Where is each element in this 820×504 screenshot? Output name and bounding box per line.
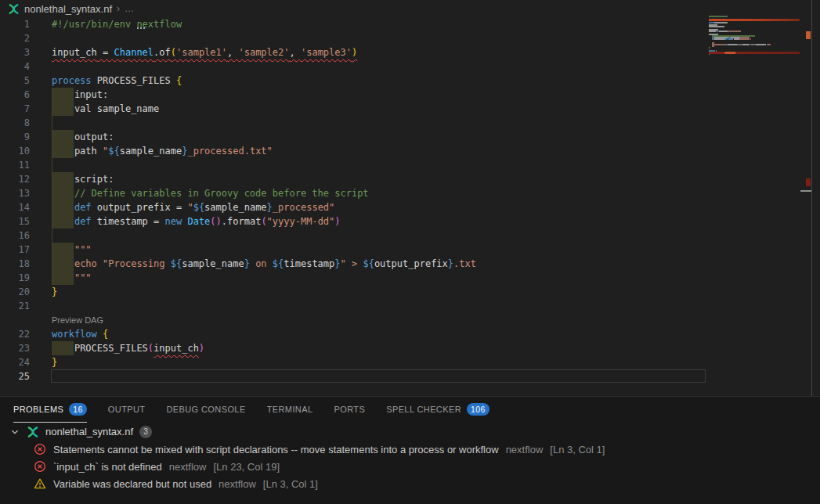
code-line-23[interactable]: 23 PROCESS_FILES(input_ch) (0, 341, 709, 355)
code-line-19[interactable]: 19 """ (0, 271, 709, 285)
panel-tab-problems[interactable]: PROBLEMS16 (13, 397, 87, 423)
codelens-preview-dag-link[interactable]: Preview DAG (52, 313, 103, 327)
code-line-text: """ (52, 243, 92, 257)
panel-tab-label: TERMINAL (267, 405, 313, 414)
line-number: 8 (0, 116, 30, 130)
code-token: ( (261, 216, 266, 227)
code-line-15[interactable]: 15 def timestamp = new Date().format("yy… (0, 214, 709, 229)
code-line-21[interactable]: 21 (0, 299, 709, 313)
code-line-18[interactable]: 18 echo "Processing ${sample_name} on ${… (0, 257, 709, 271)
minimap-error-bar-line-3 (709, 19, 800, 22)
panel-tab-label: DEBUG CONSOLE (166, 405, 245, 414)
code-token: input_ch (52, 47, 97, 58)
code-line-text: } (52, 355, 57, 369)
code-line-11[interactable]: 11 (0, 158, 709, 172)
ruler-error-marker-line-23 (806, 178, 811, 186)
code-token (52, 188, 74, 199)
code-line-10[interactable]: 10 path "${sample_name}_processed.txt" (0, 144, 709, 158)
line-number: 5 (0, 74, 30, 88)
breadcrumb-more[interactable]: … (125, 3, 134, 14)
code-token: output_prefix (374, 258, 448, 269)
minimap-line-segment (768, 44, 771, 45)
code-line-13[interactable]: 13 // Define variables in Groovy code be… (0, 186, 709, 200)
code-line-1[interactable]: 1#!/usr/bin/env nextflow (0, 17, 709, 31)
problem-row[interactable]: Statements cannot be mixed with script d… (0, 441, 820, 458)
code-line-7[interactable]: 7 val sample_name (0, 102, 709, 116)
panel-tab-output[interactable]: OUTPUT (108, 397, 146, 423)
code-line-8[interactable]: 8 (0, 116, 709, 130)
code-line-14[interactable]: 14 def output_prefix = "${sample_name}_p… (0, 200, 709, 214)
panel-tab-debug-console[interactable]: DEBUG CONSOLE (166, 397, 245, 423)
code-line-22[interactable]: 22workflow { (0, 327, 709, 341)
code-token: input_ch (154, 343, 199, 354)
minimap-line-segment (709, 26, 724, 27)
code-editor[interactable]: 1#!/usr/bin/env nextflow23input_ch = Cha… (0, 17, 709, 383)
code-token: } (52, 357, 57, 368)
problem-row[interactable]: Variable was declared but not usednextfl… (0, 475, 820, 492)
code-line-2[interactable]: 2 (0, 31, 709, 45)
chevron-down-icon[interactable] (9, 427, 20, 437)
problems-file-group[interactable]: nonlethal_syntax.nf 3 (0, 423, 820, 441)
breadcrumb[interactable]: nonlethal_syntax.nf › … (0, 0, 812, 17)
code-token: workflow (52, 329, 97, 340)
code-token: nextflow (136, 19, 182, 30)
minimap[interactable] (709, 11, 800, 66)
minimap-line-segment (742, 44, 750, 45)
code-line-text: process PROCESS_FILES { (52, 74, 182, 88)
code-token: on (250, 258, 273, 269)
panel-tab-spell-checker[interactable]: SPELL CHECKER106 (386, 397, 489, 423)
code-token (52, 272, 74, 283)
code-token: def (74, 202, 92, 213)
code-line-12[interactable]: 12 script: (0, 172, 709, 186)
line-number: 3 (0, 45, 30, 59)
line-number: 19 (0, 271, 30, 285)
code-token: 'sample2' (238, 47, 289, 58)
code-token: timestamp = (92, 216, 165, 227)
code-line-6[interactable]: 6 input: (0, 88, 709, 102)
code-token: 'sample3' (301, 47, 352, 58)
code-token: ( (148, 343, 154, 354)
overview-ruler[interactable] (800, 0, 811, 396)
code-token: .of (154, 47, 171, 58)
line-number: 15 (0, 214, 30, 229)
code-token: 'sample1' (176, 47, 227, 58)
code-token: { (103, 329, 108, 340)
editor-right-sash[interactable] (811, 0, 812, 396)
minimap-line-segment (712, 45, 714, 47)
code-line-20[interactable]: 20} (0, 285, 709, 299)
code-line-4[interactable]: 4 (0, 59, 709, 74)
line-number: 6 (0, 88, 30, 102)
panel-tab-terminal[interactable]: TERMINAL (267, 397, 313, 423)
code-token: " > (341, 258, 363, 269)
minimap-line-segment (709, 47, 710, 49)
error-icon (34, 443, 46, 455)
code-token (52, 216, 74, 227)
line-number: 20 (0, 285, 30, 299)
editor-area: nonlethal_syntax.nf › … 1#!/usr/bin/env … (0, 0, 812, 396)
code-line-25[interactable]: 25 (0, 369, 709, 383)
code-token: output: (52, 131, 114, 142)
code-token: PROCESS_FILES (74, 343, 148, 354)
code-token: PROCESS_FILES (92, 75, 176, 86)
indent-guide-line (52, 88, 52, 285)
minimap-line-segment (728, 44, 737, 45)
panel-tab-ports[interactable]: PORTS (334, 397, 365, 423)
breadcrumb-filename[interactable]: nonlethal_syntax.nf (24, 3, 112, 15)
code-line-5[interactable]: 5process PROCESS_FILES { (0, 74, 709, 88)
panel-tab-badge: 16 (69, 403, 86, 416)
code-line-3[interactable]: 3input_ch = Channel.of('sample1', 'sampl… (0, 45, 709, 59)
line-number: 16 (0, 229, 30, 243)
line-number: 10 (0, 144, 30, 158)
code-token: path (52, 146, 103, 157)
code-token: sample_name (182, 258, 244, 269)
code-token: } (448, 258, 453, 269)
code-line-24[interactable]: 24} (0, 355, 709, 369)
code-token: process (52, 75, 92, 86)
problem-source: nextflow (506, 444, 544, 455)
line-number: 22 (0, 327, 30, 341)
code-token: .format (222, 216, 262, 227)
problem-row[interactable]: `input_ch` is not definednextflow[Ln 23,… (0, 458, 820, 475)
code-line-17[interactable]: 17 """ (0, 243, 709, 257)
code-line-9[interactable]: 9 output: (0, 130, 709, 144)
code-line-16[interactable]: 16 (0, 229, 709, 243)
